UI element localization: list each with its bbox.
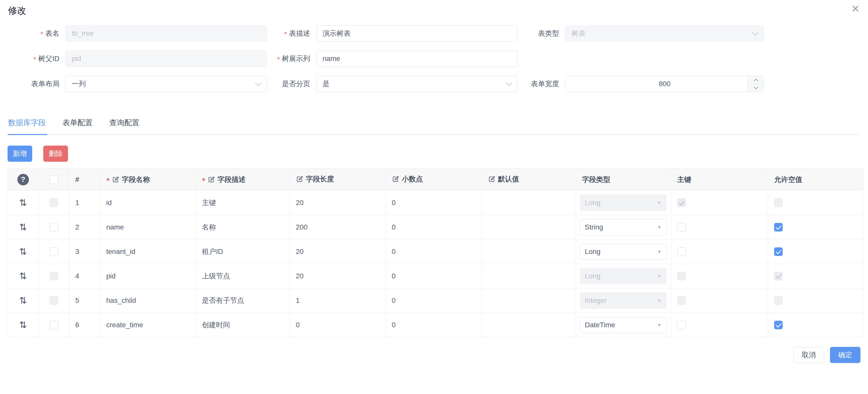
tree-display-input-field[interactable] <box>322 55 511 63</box>
edit-icon <box>488 175 495 183</box>
chevron-down-icon <box>255 80 261 86</box>
row-index: 2 <box>69 215 100 240</box>
row-index: 1 <box>69 191 100 215</box>
table-row: ⇅6create_time创建时间00DateTime▼ <box>8 313 864 337</box>
stepper-down-button[interactable] <box>748 84 764 92</box>
tab-bar: 数据库字段 表单配置 查询配置 <box>7 118 861 135</box>
stepper-up-button[interactable] <box>748 76 764 84</box>
form-width-input-field[interactable] <box>565 80 764 88</box>
column-header-content: 主键 <box>677 175 691 185</box>
primary-key-checkbox[interactable] <box>677 321 686 329</box>
field-type-select[interactable]: DateTime▼ <box>580 317 666 333</box>
delete-button[interactable]: 删除 <box>43 146 68 162</box>
pagination-select[interactable]: 是 <box>316 76 518 92</box>
drag-handle-icon[interactable]: ⇅ <box>19 320 27 330</box>
drag-handle-icon[interactable]: ⇅ <box>19 222 27 232</box>
pagination-label: 是否分页 <box>268 79 316 89</box>
close-icon[interactable]: × <box>851 1 860 15</box>
row-checkbox[interactable] <box>50 247 58 256</box>
modal-footer: 取消 确定 <box>7 347 861 363</box>
decimal-cell-text: 0 <box>392 223 396 231</box>
row-checkbox[interactable] <box>50 321 58 329</box>
check-icon <box>776 248 781 254</box>
form-item-form-layout: 表单布局 一列 <box>7 76 268 92</box>
edit-icon <box>112 176 119 184</box>
edit-icon <box>208 176 215 184</box>
column-header-desc: 字段描述 <box>196 169 290 191</box>
tab-database-fields[interactable]: 数据库字段 <box>7 118 47 135</box>
modal-title: 修改 <box>8 4 861 17</box>
nullable-checkbox[interactable] <box>774 321 783 329</box>
column-header-content: 字段描述 <box>202 175 246 185</box>
field-type-value: Long <box>585 272 600 280</box>
nullable-cell <box>768 264 864 288</box>
field-name-cell-text: tenant_id <box>106 248 135 255</box>
table-desc-input-field[interactable] <box>322 29 511 37</box>
column-header-index: # <box>69 169 100 191</box>
select-all-checkbox[interactable] <box>50 175 58 184</box>
primary-key-checkbox[interactable] <box>677 223 686 231</box>
field-length-cell: 0 <box>290 313 386 337</box>
chevron-down-icon <box>506 80 512 86</box>
column-header-label: 小数点 <box>402 174 423 184</box>
primary-key-cell <box>671 264 768 288</box>
field-type-cell: DateTime▼ <box>576 313 671 337</box>
row-index-text: 1 <box>75 199 79 206</box>
column-header-label: 字段描述 <box>217 175 246 185</box>
table-type-label: 表类型 <box>523 29 565 38</box>
primary-key-checkbox[interactable] <box>677 247 686 256</box>
field-name-cell: pid <box>100 264 196 288</box>
edit-icon <box>392 175 399 183</box>
form-row-spacer <box>523 51 861 67</box>
help-icon[interactable]: ? <box>18 174 29 186</box>
row-index: 5 <box>69 288 100 313</box>
form-layout-select[interactable]: 一列 <box>65 76 267 92</box>
row-index: 6 <box>69 313 100 337</box>
table-desc-label: 表描述 <box>268 29 316 38</box>
field-type-cell: String▼ <box>576 215 671 240</box>
field-length-cell-text: 20 <box>296 199 304 206</box>
row-checkbox <box>50 272 58 280</box>
drag-handle-icon[interactable]: ⇅ <box>19 271 27 281</box>
field-type-select[interactable]: String▼ <box>580 219 666 235</box>
edit-modal: 修改 × 表名 表描述 表类型 树表 树父ID <box>0 0 868 363</box>
drag-handle-icon[interactable]: ⇅ <box>19 246 27 257</box>
nullable-checkbox[interactable] <box>774 223 783 231</box>
caret-down-icon: ▼ <box>657 322 662 328</box>
cancel-button[interactable]: 取消 <box>794 347 824 363</box>
number-stepper <box>747 76 764 92</box>
form-width-input <box>565 76 764 92</box>
field-desc-cell-text: 名称 <box>202 223 216 231</box>
table-name-input-field <box>72 29 260 37</box>
table-row: ⇅4pid上级节点200Long▼ <box>8 264 864 288</box>
tab-query-config[interactable]: 查询配置 <box>109 118 141 135</box>
column-header-label: # <box>75 176 79 184</box>
edit-icon <box>296 175 303 183</box>
field-type-select[interactable]: Long▼ <box>580 244 666 260</box>
drag-cell: ⇅ <box>8 240 38 264</box>
column-header-content: 默认值 <box>488 174 519 184</box>
drag-handle-icon[interactable]: ⇅ <box>19 197 27 208</box>
caret-down-icon: ▼ <box>657 249 662 254</box>
field-type-value: Long <box>585 248 600 256</box>
row-checkbox[interactable] <box>50 223 58 231</box>
decimal-cell: 0 <box>386 313 482 337</box>
confirm-button[interactable]: 确定 <box>830 347 861 363</box>
field-type-value: DateTime <box>585 321 615 329</box>
drag-handle-icon[interactable]: ⇅ <box>19 295 27 306</box>
decimal-cell-text: 0 <box>392 272 396 280</box>
field-name-cell-text: create_time <box>106 321 143 329</box>
decimal-cell: 0 <box>386 191 482 215</box>
field-type-cell: Long▼ <box>576 191 671 215</box>
form-item-tree-parent: 树父ID <box>7 51 268 67</box>
table-name-input <box>65 25 267 41</box>
nullable-cell <box>768 215 864 240</box>
column-header-content: 允许空值 <box>774 175 802 185</box>
caret-down-icon: ▼ <box>657 200 662 205</box>
add-button[interactable]: 新增 <box>7 146 32 162</box>
nullable-checkbox[interactable] <box>774 247 783 256</box>
default-value-cell <box>482 313 576 337</box>
decimal-cell-text: 0 <box>392 199 396 206</box>
tab-form-config[interactable]: 表单配置 <box>62 118 94 135</box>
field-name-cell: tenant_id <box>100 240 196 264</box>
